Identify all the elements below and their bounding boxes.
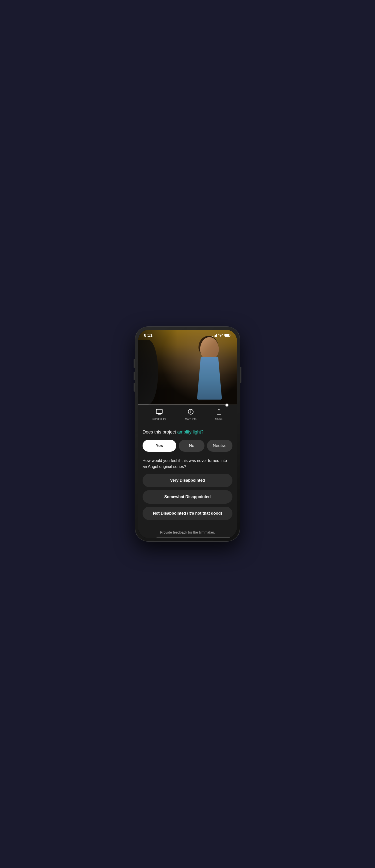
main-content: Does this project amplify light? Yes No … bbox=[138, 424, 237, 538]
info-icon bbox=[188, 409, 194, 416]
very-disappointed-button[interactable]: Very Disappointed bbox=[143, 474, 232, 487]
no-button[interactable]: No bbox=[179, 440, 204, 452]
wifi-icon bbox=[219, 334, 223, 338]
send-to-tv-button[interactable]: Send to TV bbox=[152, 409, 166, 420]
phone-inner: 8:11 bbox=[138, 330, 237, 538]
status-icons bbox=[212, 334, 231, 338]
share-label: Share bbox=[215, 417, 223, 421]
hero-person bbox=[190, 335, 229, 402]
battery-icon bbox=[225, 334, 231, 338]
progress-bar[interactable] bbox=[138, 405, 237, 405]
svg-point-0 bbox=[221, 336, 221, 337]
status-time: 8:11 bbox=[144, 333, 152, 338]
action-bar: Send to TV More Info bbox=[138, 405, 237, 424]
screen: 8:11 bbox=[138, 330, 237, 538]
feedback-input[interactable] bbox=[154, 537, 232, 538]
share-icon bbox=[216, 409, 222, 416]
yes-no-row: Yes No Neutral bbox=[143, 440, 232, 452]
send-to-tv-label: Send to TV bbox=[152, 417, 166, 420]
yes-button[interactable]: Yes bbox=[143, 440, 176, 452]
feel-question: How would you feel if this was never tur… bbox=[143, 458, 232, 470]
amplify-question: Does this project amplify light? bbox=[143, 429, 232, 435]
avatar bbox=[143, 538, 152, 538]
share-button[interactable]: Share bbox=[215, 409, 223, 421]
hero-image bbox=[138, 330, 237, 405]
phone-frame: 8:11 bbox=[135, 327, 240, 541]
progress-fill bbox=[138, 405, 227, 405]
tv-icon bbox=[156, 409, 163, 416]
neutral-button[interactable]: Neutral bbox=[207, 440, 233, 452]
svg-rect-2 bbox=[225, 334, 229, 336]
not-disappointed-button[interactable]: Not Disappointed (It's not that good) bbox=[143, 507, 232, 520]
status-bar: 8:11 bbox=[138, 330, 237, 339]
somewhat-disappointed-button[interactable]: Somewhat Disappointed bbox=[143, 490, 232, 504]
signal-icon bbox=[212, 334, 217, 337]
divider bbox=[143, 525, 232, 525]
feedback-label: Provide feedback for the filmmaker. bbox=[143, 530, 232, 534]
more-info-button[interactable]: More Info bbox=[185, 409, 197, 421]
more-info-label: More Info bbox=[185, 417, 197, 421]
amplify-question-prefix: Does this project bbox=[143, 430, 177, 434]
amplify-highlight: amplify light? bbox=[177, 430, 203, 434]
svg-rect-3 bbox=[156, 409, 162, 413]
progress-dot bbox=[226, 404, 228, 407]
feedback-row bbox=[143, 537, 232, 538]
